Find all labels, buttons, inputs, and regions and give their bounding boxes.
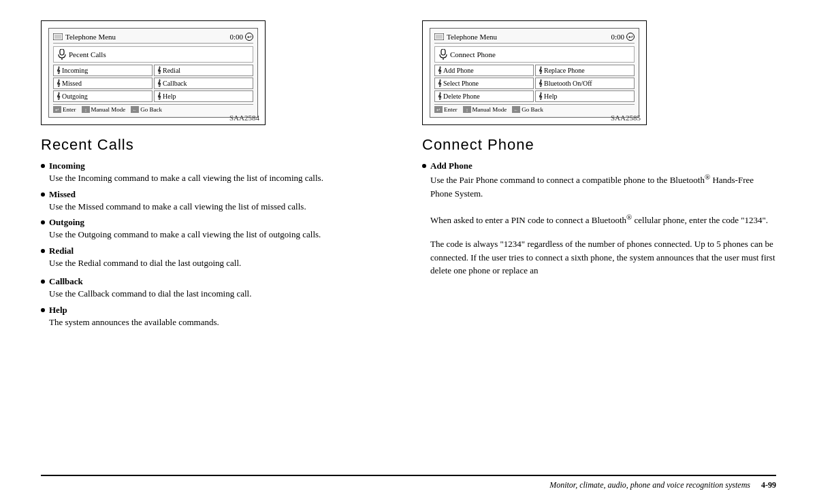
svg-rect-12	[441, 49, 445, 55]
voice-icon-4: 𝄞	[157, 80, 161, 87]
list-item: Help The system announces the available …	[41, 305, 408, 329]
btn-incoming: 𝄞 Incoming	[53, 65, 153, 76]
btn-add-phone-label: Add Phone	[443, 67, 474, 74]
term-incoming: Incoming	[49, 161, 85, 171]
btn-delete-phone-label: Delete Phone	[443, 93, 480, 100]
list-item: Missed Use the Missed command to make a …	[41, 189, 408, 214]
list-item: Incoming Use the Incoming command to mak…	[41, 161, 408, 185]
goback-icon-right: ←	[512, 106, 520, 113]
btn-missed: 𝄞 Missed	[53, 78, 153, 89]
bullet-dot	[41, 192, 45, 197]
right-diagram-footer: ↵ Enter ↕ Manual Mode	[434, 104, 635, 113]
mic-icon-left	[58, 49, 66, 60]
footer-text: Monitor, climate, audio, phone and voice…	[549, 480, 750, 490]
bullet-content-addphone: Add Phone Use the Pair Phone command to …	[430, 161, 776, 278]
right-diagram-title: Telephone Menu	[447, 33, 497, 41]
left-bullet-list: Incoming Use the Incoming command to mak…	[41, 161, 408, 273]
btn-replace-phone: 𝄞 Replace Phone	[535, 65, 635, 76]
btn-help-right-label: Help	[544, 93, 557, 100]
phone-icon	[53, 33, 63, 40]
bullet-content: Outgoing Use the Outgoing command to mak…	[49, 217, 408, 241]
middle-bullet-list: Callback Use the Callback command to dia…	[41, 276, 408, 333]
bullet-content: Redial Use the Redial command to dial th…	[49, 246, 408, 270]
desc-add-phone-2: When asked to enter a PIN code to connec…	[430, 215, 768, 225]
voice-icon-r3: 𝄞	[438, 80, 441, 87]
footer-page: 4-99	[757, 480, 776, 490]
desc-add-phone-1: Use the Pair Phone command to connect a …	[430, 175, 754, 199]
bullet-dot	[41, 220, 45, 224]
term-outgoing: Outgoing	[49, 217, 84, 227]
left-diagram-footer: ↵ Enter ↕ Manual Mode	[53, 104, 253, 113]
btn-bluetooth-label: Bluetooth On/Off	[544, 80, 592, 87]
svg-rect-1	[54, 35, 61, 39]
voice-icon-r5: 𝄞	[438, 93, 441, 100]
btn-bluetooth: 𝄞 Bluetooth On/Off	[535, 78, 635, 89]
svg-text:↕: ↕	[84, 107, 87, 113]
btn-select-phone-label: Select Phone	[443, 80, 479, 87]
footer-manual-left: ↕ Manual Mode	[82, 106, 126, 113]
voice-icon-r4: 𝄞	[539, 80, 542, 87]
main-content: Telephone Menu 0:00 ↩ Pecen	[41, 20, 776, 475]
left-diagram: Telephone Menu 0:00 ↩ Pecen	[41, 20, 266, 125]
footer-goback-left: ← Go Back	[131, 106, 162, 113]
btn-outgoing-label: Outgoing	[62, 93, 88, 100]
svg-text:←: ←	[514, 107, 519, 113]
list-item: Outgoing Use the Outgoing command to mak…	[41, 217, 408, 241]
btn-outgoing: 𝄞 Outgoing	[53, 90, 153, 102]
right-header-left: Telephone Menu	[434, 33, 497, 41]
page-footer: Monitor, climate, audio, phone and voice…	[41, 475, 776, 490]
btn-help-right: 𝄞 Help	[535, 90, 635, 102]
voice-icon-2: 𝄞	[157, 67, 161, 74]
btn-add-phone: 𝄞 Add Phone	[434, 65, 534, 76]
btn-incoming-label: Incoming	[62, 67, 88, 74]
bullet-dot	[41, 164, 45, 168]
term-missed: Missed	[49, 189, 76, 199]
enter-icon-left: ↵	[53, 106, 61, 113]
btn-redial: 𝄞 Redial	[154, 65, 253, 76]
desc-outgoing: Use the Outgoing command to make a call …	[49, 229, 321, 239]
left-header-left: Telephone Menu	[53, 33, 116, 41]
footer-goback-right-label: Go Back	[522, 106, 543, 113]
desc-callback: Use the Callback command to dial the las…	[49, 288, 251, 299]
btn-delete-phone: 𝄞 Delete Phone	[434, 90, 534, 102]
phone-icon-right	[434, 33, 444, 40]
footer-enter-left-label: Enter	[63, 106, 76, 113]
svg-rect-2	[60, 49, 64, 55]
left-diagram-inner: Telephone Menu 0:00 ↩ Pecen	[48, 28, 258, 118]
bullet-content: Callback Use the Callback command to dia…	[49, 276, 408, 301]
left-column: Telephone Menu 0:00 ↩ Pecen	[41, 20, 408, 475]
left-menu-label: Pecent Calls	[69, 50, 106, 58]
btn-select-phone: 𝄞 Select Phone	[434, 78, 534, 89]
bullet-dot	[41, 280, 45, 284]
saa-right: SAA2585	[611, 114, 641, 122]
right-diagram-inner: Telephone Menu 0:00 ↩ Conne	[430, 28, 639, 118]
right-diagram: Telephone Menu 0:00 ↩ Conne	[422, 20, 647, 125]
bullet-content: Help The system announces the available …	[49, 305, 408, 329]
left-return-icon: ↩	[245, 33, 253, 41]
voice-icon-5: 𝄞	[57, 93, 60, 100]
voice-icon-6: 𝄞	[157, 93, 161, 100]
desc-incoming: Use the Incoming command to make a call …	[49, 173, 323, 183]
bullet-dot-addphone	[422, 164, 426, 168]
footer-manual-right: ↕ Manual Mode	[463, 106, 507, 113]
enter-icon-right: ↵	[434, 106, 443, 113]
bullet-dot	[41, 249, 45, 253]
term-callback: Callback	[49, 276, 83, 286]
footer-manual-right-label: Manual Mode	[472, 106, 507, 113]
svg-text:↵: ↵	[436, 107, 440, 113]
right-diagram-header: Telephone Menu 0:00 ↩	[434, 33, 635, 44]
desc-missed: Use the Missed command to make a call vi…	[49, 201, 306, 212]
bullet-content: Incoming Use the Incoming command to mak…	[49, 161, 408, 185]
bullet-content: Missed Use the Missed command to make a …	[49, 189, 408, 214]
mic-icon-right	[439, 49, 447, 60]
list-item: Callback Use the Callback command to dia…	[41, 276, 408, 301]
footer-goback-right: ← Go Back	[512, 106, 543, 113]
voice-icon-1: 𝄞	[57, 67, 60, 74]
term-help: Help	[49, 305, 67, 315]
manual-icon-left: ↕	[82, 106, 90, 113]
goback-icon-left: ←	[131, 106, 139, 113]
saa-left: SAA2584	[229, 114, 259, 122]
left-menu-grid: 𝄞 Incoming 𝄞 Redial 𝄞 Missed 𝄞	[53, 65, 253, 102]
right-section-title: Connect Phone	[422, 136, 776, 154]
bullet-dot	[41, 308, 45, 312]
